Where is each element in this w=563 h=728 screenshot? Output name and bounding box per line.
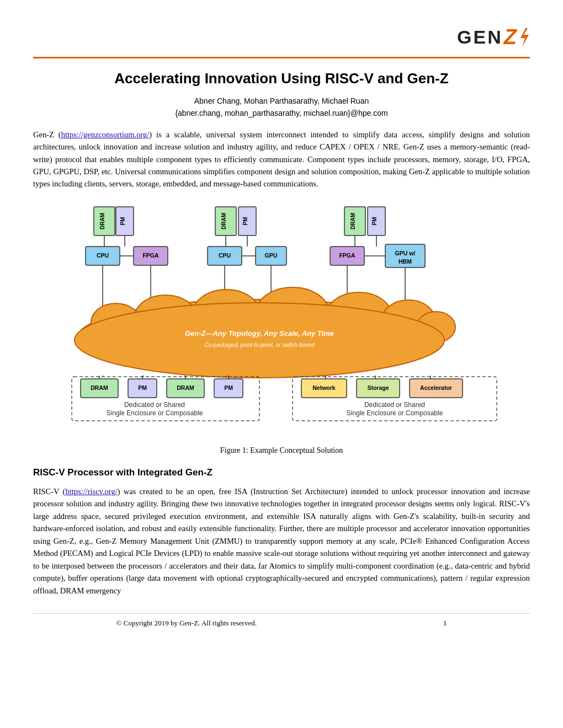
- svg-text:DRAM: DRAM: [177, 384, 194, 391]
- svg-text:PM: PM: [224, 384, 233, 391]
- orange-divider: [33, 57, 530, 58]
- diagram-container: DRAM PM CPU FPGA DRAM PM CPU GPU: [33, 201, 530, 438]
- svg-text:FPGA: FPGA: [142, 252, 159, 259]
- network-box-label: Network: [312, 384, 336, 391]
- svg-text:PM: PM: [371, 217, 378, 225]
- cloud-sub-text: Co-packaged, point-to-point, or switch-b…: [205, 342, 315, 348]
- svg-text:DRAM: DRAM: [350, 213, 356, 229]
- svg-text:HBM: HBM: [399, 258, 412, 265]
- svg-point-48: [75, 303, 444, 378]
- svg-text:Accelerator: Accelerator: [420, 384, 452, 391]
- logo-text-z: Z: [504, 22, 518, 52]
- svg-text:GPU w/: GPU w/: [395, 250, 416, 256]
- svg-text:FPGA: FPGA: [339, 252, 355, 259]
- section1-body: RISC-V (https://riscv.org/) was created …: [33, 485, 530, 597]
- logo-lightning-icon: [518, 27, 530, 48]
- footer: © Copyright 2019 by Gen-Z. All rights re…: [33, 613, 530, 629]
- genz-link[interactable]: https://genzconsortium.org/: [61, 130, 150, 139]
- svg-text:PM: PM: [120, 217, 126, 225]
- header-logo-area: GEN Z: [33, 22, 530, 52]
- svg-text:DRAM: DRAM: [91, 384, 108, 391]
- svg-text:Single Enclosure or Composable: Single Enclosure or Composable: [347, 409, 443, 417]
- svg-text:PM: PM: [242, 217, 248, 225]
- copyright-text: © Copyright 2019 by Gen-Z. All rights re…: [116, 619, 257, 627]
- section1-title: RISC-V Processor with Integrated Gen-Z: [33, 466, 530, 480]
- genz-logo: GEN Z: [457, 22, 530, 52]
- author-emails: {abner.chang, mohan_parthasarathy, micha…: [33, 107, 530, 119]
- svg-text:DRAM: DRAM: [99, 213, 105, 229]
- svg-text:Dedicated or Shared: Dedicated or Shared: [364, 401, 425, 409]
- diagram-caption: Figure 1: Example Conceptual Solution: [33, 445, 530, 456]
- cloud-main-text: Gen-Z—Any Topology, Any Scale, Any Time: [185, 329, 334, 338]
- svg-text:PM: PM: [138, 384, 147, 391]
- svg-text:DRAM: DRAM: [221, 213, 227, 229]
- riscv-link[interactable]: https://riscv.org/: [65, 487, 117, 496]
- logo-text-gen: GEN: [457, 24, 503, 51]
- authors-block: Abner Chang, Mohan Parthasarathy, Michae…: [33, 95, 530, 120]
- svg-text:GPU: GPU: [265, 252, 278, 259]
- svg-text:Storage: Storage: [367, 384, 389, 391]
- svg-text:CPU: CPU: [97, 252, 109, 259]
- conceptual-diagram: DRAM PM CPU FPGA DRAM PM CPU GPU: [44, 201, 519, 438]
- abstract-text: Gen-Z (https://genzconsortium.org/) is a…: [33, 129, 530, 190]
- svg-text:Single Enclosure or Composable: Single Enclosure or Composable: [107, 409, 203, 417]
- svg-text:Dedicated or Shared: Dedicated or Shared: [124, 401, 185, 409]
- page-number: 1: [443, 619, 447, 627]
- paper-title: Accelerating Innovation Using RISC-V and…: [33, 68, 530, 89]
- svg-text:CPU: CPU: [219, 252, 231, 259]
- author-names: Abner Chang, Mohan Parthasarathy, Michae…: [33, 95, 530, 107]
